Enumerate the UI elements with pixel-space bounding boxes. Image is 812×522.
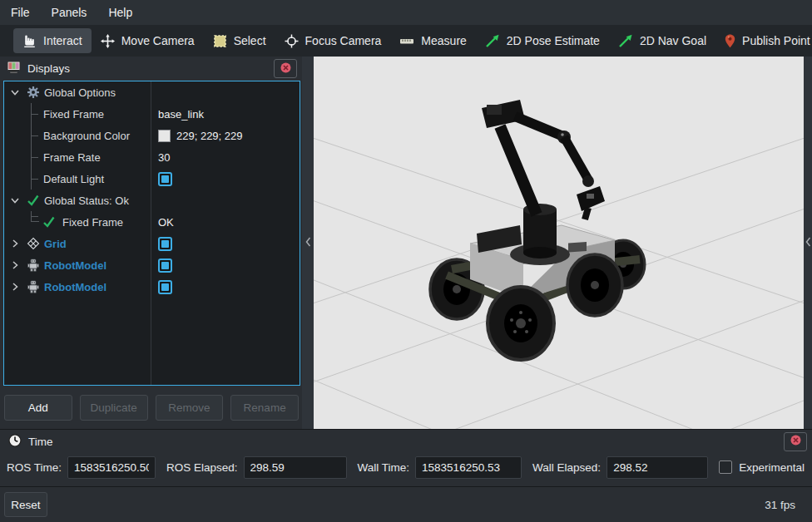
turret-cylinder [523,209,557,253]
tree-row-frame-rate[interactable]: Frame Rate 30 [4,146,300,168]
tool-label: Publish Point [742,34,810,47]
background-color-value[interactable]: 229; 229; 229 [176,130,243,142]
tree-row-global-options[interactable]: Global Options [4,81,300,103]
tool-label: Move Camera [121,34,195,47]
move-arrows-icon [101,34,115,48]
wall-elapsed-input[interactable] [607,456,708,479]
displays-collapse-handle[interactable] [302,57,314,429]
tree-row-label: Fixed Frame [62,216,123,229]
tree-row-robotmodel-2[interactable]: RobotModel [4,276,300,298]
monitor-icon [7,61,21,76]
ros-elapsed-label: ROS Elapsed: [166,461,238,474]
frame-rate-value[interactable]: 30 [158,151,170,164]
tool-move-camera[interactable]: Move Camera [92,28,204,53]
robotmodel-enabled-checkbox[interactable] [158,280,172,294]
3d-viewport[interactable] [314,57,804,429]
crosshair-icon [285,34,299,48]
robot-icon [27,259,40,272]
main-area: Displays Global Options [0,57,812,429]
display-buttons-row: Add Duplicate Remove Rename [0,386,302,429]
menu-panels[interactable]: Panels [41,0,98,25]
tree-row-robotmodel-1[interactable]: RobotModel [4,254,300,276]
tool-publish-point[interactable]: Publish Point [715,28,812,53]
wheel [488,287,554,360]
tree-row-label: Frame Rate [43,151,101,164]
tree-row-label: RobotModel [44,281,106,293]
tree-row-background-color[interactable]: Background Color 229; 229; 229 [4,125,300,146]
tool-label: Select [234,34,266,47]
tool-label: Interact [43,34,82,47]
tree-row-fixed-frame[interactable]: Fixed Frame base_link [4,103,300,125]
green-arrow-icon [618,34,633,48]
time-panel: Time ROS Time: ROS Elapsed: Wall Time: W… [0,429,812,486]
views-collapse-handle[interactable] [804,57,812,429]
time-panel-title: Time [28,436,777,448]
gear-icon [27,86,40,99]
ros-time-input[interactable] [67,456,156,479]
tree-row-label: Default Light [43,173,104,185]
tree-row-label: Fixed Frame [43,108,104,121]
chevron-right-icon[interactable] [10,239,20,251]
hand-icon [22,34,37,48]
body-vent [568,242,587,253]
tree-row-label: RobotModel [44,259,106,272]
tree-row-label: Global Status: Ok [44,195,129,207]
tree-row-label: Grid [44,238,67,250]
add-button[interactable]: Add [4,395,72,421]
rviz-window: File Panels Help Interact Move Camera Se… [0,0,812,522]
tool-interact[interactable]: Interact [13,28,92,53]
tree-row-label: Global Options [44,86,116,99]
tree-guide [31,125,42,146]
chevron-right-icon[interactable] [10,260,20,273]
tool-label: Focus Camera [305,34,382,47]
color-swatch[interactable] [158,130,171,142]
tree-guide [31,103,42,125]
tree-row-default-light[interactable]: Default Light [4,168,300,190]
duplicate-button: Duplicate [80,395,148,421]
check-icon [42,215,56,229]
robotmodel-enabled-checkbox[interactable] [158,259,172,273]
wheel [567,254,622,316]
ros-time-label: ROS Time: [7,461,62,474]
ros-elapsed-input[interactable] [244,456,347,479]
fixed-frame-value[interactable]: base_link [158,108,204,121]
robot-arm [482,100,605,219]
displays-panel-header: Displays [0,57,302,81]
displays-panel: Displays Global Options [0,57,302,429]
time-panel-header: Time [0,430,812,452]
clock-icon [8,434,22,450]
displays-panel-title: Displays [27,62,267,75]
tool-focus-camera[interactable]: Focus Camera [275,28,391,53]
chevron-left-icon [805,237,811,249]
displays-tree: Global Options Fixed Frame base_link [3,81,300,386]
viewport-render [314,57,804,429]
ruler-icon [399,34,414,48]
chevron-down-icon[interactable] [10,195,20,208]
default-light-checkbox[interactable] [158,172,172,186]
tree-guide [31,211,39,222]
experimental-label: Experimental [739,461,805,474]
grid-enabled-checkbox[interactable] [158,237,172,251]
tool-measure[interactable]: Measure [390,28,475,53]
tree-row-grid[interactable]: Grid [4,233,300,254]
wall-time-input[interactable] [415,456,522,479]
tool-2d-pose-estimate[interactable]: 2D Pose Estimate [476,28,609,53]
tree-row-global-status[interactable]: Global Status: Ok [4,190,300,211]
menu-help[interactable]: Help [97,0,143,25]
tree-guide [31,168,42,190]
rename-button: Rename [230,395,299,421]
tool-2d-nav-goal[interactable]: 2D Nav Goal [609,28,715,53]
tool-select[interactable]: Select [204,28,275,53]
displays-close-button[interactable] [274,59,297,78]
reset-button[interactable]: Reset [4,492,47,517]
tree-row-status-fixed-frame[interactable]: Fixed Frame OK [4,211,300,233]
menu-file[interactable]: File [8,0,41,25]
remove-button: Remove [156,395,224,421]
fps-counter: 31 fps [765,499,795,511]
experimental-checkbox[interactable] [719,460,732,474]
chevron-down-icon[interactable] [10,87,20,100]
green-arrow-icon [485,34,500,48]
time-close-button[interactable] [784,432,807,451]
chevron-right-icon[interactable] [10,282,20,294]
time-fields-row: ROS Time: ROS Elapsed: Wall Time: Wall E… [0,452,812,486]
